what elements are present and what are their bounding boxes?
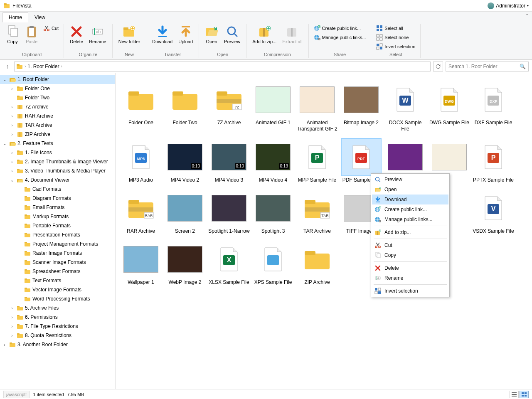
tree-node[interactable]: Project Management Formats xyxy=(0,239,115,249)
tree-node[interactable]: ›7Z Archive xyxy=(0,102,115,111)
tree-node[interactable]: ›TAR Archive xyxy=(0,121,115,130)
tab-home[interactable]: Home xyxy=(2,12,28,22)
tree-node[interactable]: ⌄2. Feature Tests xyxy=(0,139,115,148)
search-icon[interactable]: 🔍 xyxy=(520,64,526,69)
tree-node[interactable]: Diagram Formats xyxy=(0,194,115,203)
tree-expander-icon[interactable]: ⌄ xyxy=(2,77,7,82)
file-item[interactable]: WDOCX Sample File xyxy=(383,79,427,135)
addzip-button[interactable]: Add to zip... xyxy=(250,24,279,45)
rename-button[interactable]: abRename xyxy=(86,24,109,45)
context-menu-item[interactable]: Copy xyxy=(372,250,448,260)
file-item[interactable]: 0:10MP4 Video 3 xyxy=(207,136,251,186)
upload-button[interactable]: Upload xyxy=(176,24,195,45)
selnone-button[interactable]: Select none xyxy=(374,33,417,42)
file-item[interactable]: 0:13MP4 Video 4 xyxy=(251,136,295,186)
download-button[interactable]: Download xyxy=(150,24,175,45)
file-item[interactable]: Screen 2 xyxy=(163,187,207,237)
tree-node[interactable]: ›RAR Archive xyxy=(0,111,115,121)
file-item[interactable]: DWGDWG Sample File xyxy=(427,79,471,135)
selinv-button[interactable]: Invert selection xyxy=(374,42,417,51)
view-details-button[interactable] xyxy=(510,391,519,398)
file-item[interactable]: RARRAR Archive xyxy=(119,187,163,237)
context-menu-item[interactable]: Delete xyxy=(372,263,448,273)
context-menu-item[interactable]: abRename xyxy=(372,273,448,283)
tree-expander-icon[interactable]: › xyxy=(9,333,15,338)
tree-expander-icon[interactable]: › xyxy=(9,105,15,109)
file-item[interactable]: DXFDXF Sample File xyxy=(471,79,515,135)
breadcrumb[interactable]: › 1. Root Folder › xyxy=(14,62,431,71)
tree-node[interactable]: ⌄4. Document Viewer xyxy=(0,175,115,185)
tree-node[interactable]: Cad Formats xyxy=(0,185,115,194)
tree-node[interactable]: Markup Formats xyxy=(0,212,115,221)
search-box[interactable]: 🔍 xyxy=(446,62,529,71)
file-item[interactable]: Animated GIF 1 xyxy=(251,79,295,135)
file-item[interactable]: Folder One xyxy=(119,79,163,135)
tree-expander-icon[interactable]: › xyxy=(9,160,15,164)
file-item[interactable]: ZIP Archive xyxy=(295,239,339,288)
tree-expander-icon[interactable]: › xyxy=(9,324,15,329)
tree-expander-icon[interactable]: › xyxy=(2,342,7,347)
tree-node[interactable]: ⌄1. Root Folder xyxy=(0,75,115,84)
context-menu-item[interactable]: Create public link... xyxy=(372,204,448,214)
tree-node[interactable]: Portable Formats xyxy=(0,221,115,230)
file-item[interactable]: Folder Two xyxy=(163,79,207,135)
context-menu-item[interactable]: Download xyxy=(372,195,448,204)
tree-node[interactable]: ›8. Quota Restrictions xyxy=(0,331,115,340)
tree-expander-icon[interactable]: › xyxy=(9,86,15,91)
tree-node[interactable]: Text Formats xyxy=(0,276,115,285)
ribbon-collapse-icon[interactable]: ⌃ xyxy=(525,13,529,18)
context-menu-item[interactable]: Manage public links... xyxy=(372,214,448,224)
createpublic-button[interactable]: Create public link... xyxy=(312,24,368,32)
context-menu-item[interactable]: Cut xyxy=(372,240,448,250)
tree-expander-icon[interactable]: › xyxy=(9,315,15,320)
tree-expander-icon[interactable]: › xyxy=(9,306,15,310)
file-list[interactable]: Folder OneFolder Two7Z7Z ArchiveAnimated… xyxy=(116,73,532,389)
folder-tree[interactable]: ⌄1. Root Folder›Folder OneFolder Two›7Z … xyxy=(0,73,116,389)
context-menu-item[interactable]: Add to zip... xyxy=(372,227,448,237)
view-thumbnails-button[interactable] xyxy=(520,391,529,398)
file-item[interactable]: 7Z7Z Archive xyxy=(207,79,251,135)
newfolder-button[interactable]: New folder xyxy=(116,24,143,45)
tree-node[interactable]: ›ZIP Archive xyxy=(0,130,115,139)
tree-node[interactable]: ›7. File Type Restrictions xyxy=(0,322,115,331)
search-input[interactable] xyxy=(448,64,520,69)
file-item[interactable]: TARTAR Archive xyxy=(295,187,339,237)
tree-node[interactable]: Spreadsheet Formats xyxy=(0,267,115,276)
file-item[interactable]: VVSDX Sample File xyxy=(471,187,515,237)
tree-node[interactable]: ›6. Permissions xyxy=(0,313,115,322)
file-item[interactable]: 0:10MP4 Video 2 xyxy=(163,136,207,186)
selall-button[interactable]: Select all xyxy=(374,24,417,32)
refresh-button[interactable] xyxy=(433,62,443,71)
tree-node[interactable]: ›3. Video Thumbnails & Media Player xyxy=(0,166,115,175)
file-item[interactable]: Spotlight 3 xyxy=(251,187,295,237)
tree-expander-icon[interactable]: ⌄ xyxy=(2,141,7,146)
tree-node[interactable]: Vector Image Formats xyxy=(0,285,115,294)
context-menu-item[interactable]: Preview xyxy=(372,175,448,185)
tree-node[interactable]: ›Folder One xyxy=(0,84,115,93)
file-item[interactable]: Animated Transparent GIF 2 xyxy=(295,79,339,135)
tree-expander-icon[interactable]: › xyxy=(9,114,15,118)
file-item[interactable]: Spotlight 1-Narrow xyxy=(207,187,251,237)
managepublic-button[interactable]: Manage public links... xyxy=(312,33,368,42)
tree-node[interactable]: Scanner Image Formats xyxy=(0,258,115,267)
tree-node[interactable]: Word Processing Formats xyxy=(0,294,115,303)
delete-button[interactable]: Delete xyxy=(67,24,86,45)
tree-expander-icon[interactable]: › xyxy=(9,150,15,155)
file-item[interactable]: XPS Sample File xyxy=(251,239,295,288)
user-menu[interactable]: Administrator ▾ xyxy=(488,2,529,9)
tree-node[interactable]: ›5. Archive Files xyxy=(0,303,115,313)
file-item[interactable]: MP3MP3 Audio xyxy=(119,136,163,186)
tree-node[interactable]: Email Formats xyxy=(0,203,115,212)
file-item[interactable]: Wallpaper 1 xyxy=(119,239,163,288)
cut-button[interactable]: Cut xyxy=(42,24,60,32)
copy-button[interactable]: Copy xyxy=(3,24,22,45)
tree-node[interactable]: Folder Two xyxy=(0,93,115,102)
file-item[interactable]: WebP Image 2 xyxy=(163,239,207,288)
breadcrumb-segment[interactable]: 1. Root Folder xyxy=(27,64,59,69)
context-menu-item[interactable]: Open xyxy=(372,185,448,195)
tree-expander-icon[interactable]: › xyxy=(9,169,15,173)
file-item[interactable]: XXLSX Sample File xyxy=(207,239,251,288)
tree-node[interactable]: ›3. Another Root Folder xyxy=(0,340,115,349)
file-item[interactable]: PMPP Sample File xyxy=(295,136,339,186)
tree-node[interactable]: Raster Image Formats xyxy=(0,249,115,258)
